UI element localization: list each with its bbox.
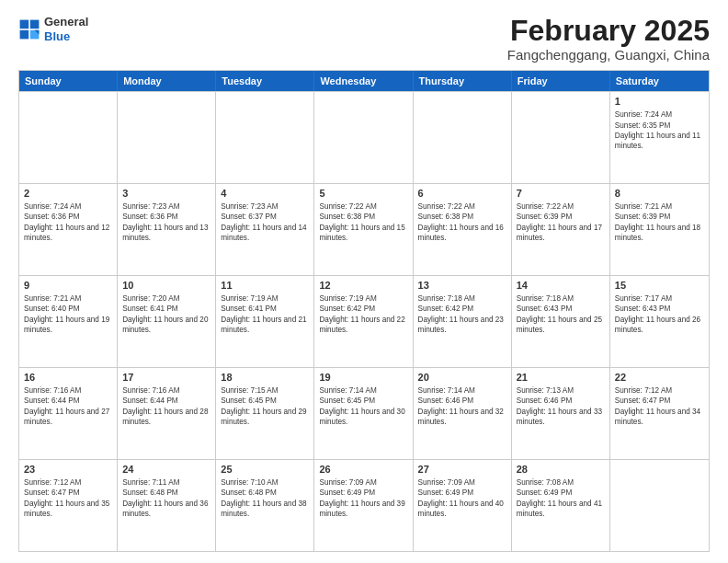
calendar-cell: 14Sunrise: 7:18 AM Sunset: 6:43 PM Dayli… bbox=[512, 276, 610, 367]
day-number: 18 bbox=[221, 371, 309, 385]
day-number: 5 bbox=[319, 187, 407, 201]
day-info: Sunrise: 7:22 AM Sunset: 6:38 PM Dayligh… bbox=[319, 201, 407, 244]
calendar-cell: 27Sunrise: 7:09 AM Sunset: 6:49 PM Dayli… bbox=[414, 460, 512, 551]
day-info: Sunrise: 7:11 AM Sunset: 6:48 PM Dayligh… bbox=[122, 477, 210, 520]
day-number: 27 bbox=[418, 463, 506, 477]
day-info: Sunrise: 7:18 AM Sunset: 6:42 PM Dayligh… bbox=[418, 293, 506, 336]
calendar-cell: 13Sunrise: 7:18 AM Sunset: 6:42 PM Dayli… bbox=[414, 276, 512, 367]
calendar-week-row: 9Sunrise: 7:21 AM Sunset: 6:40 PM Daylig… bbox=[19, 275, 709, 367]
day-info: Sunrise: 7:08 AM Sunset: 6:49 PM Dayligh… bbox=[517, 477, 605, 520]
calendar-cell bbox=[512, 92, 610, 183]
calendar-cell: 18Sunrise: 7:15 AM Sunset: 6:45 PM Dayli… bbox=[216, 368, 314, 459]
day-info: Sunrise: 7:23 AM Sunset: 6:37 PM Dayligh… bbox=[221, 201, 309, 244]
calendar-day-header: Wednesday bbox=[314, 71, 413, 91]
day-info: Sunrise: 7:14 AM Sunset: 6:46 PM Dayligh… bbox=[418, 385, 506, 428]
logo: General Blue bbox=[18, 15, 88, 43]
calendar-cell: 6Sunrise: 7:22 AM Sunset: 6:38 PM Daylig… bbox=[414, 184, 512, 275]
location-subtitle: Fangchenggang, Guangxi, China bbox=[507, 47, 710, 63]
calendar-cell bbox=[216, 92, 314, 183]
day-number: 23 bbox=[24, 463, 112, 477]
day-number: 28 bbox=[517, 463, 605, 477]
day-number: 15 bbox=[615, 279, 704, 293]
day-info: Sunrise: 7:22 AM Sunset: 6:38 PM Dayligh… bbox=[418, 201, 506, 244]
day-number: 25 bbox=[221, 463, 309, 477]
calendar-cell: 26Sunrise: 7:09 AM Sunset: 6:49 PM Dayli… bbox=[314, 460, 413, 551]
day-info: Sunrise: 7:21 AM Sunset: 6:40 PM Dayligh… bbox=[24, 293, 112, 336]
calendar-cell: 23Sunrise: 7:12 AM Sunset: 6:47 PM Dayli… bbox=[19, 460, 118, 551]
logo-icon bbox=[18, 18, 40, 40]
day-info: Sunrise: 7:13 AM Sunset: 6:46 PM Dayligh… bbox=[517, 385, 605, 428]
day-info: Sunrise: 7:09 AM Sunset: 6:49 PM Dayligh… bbox=[319, 477, 407, 520]
svg-rect-0 bbox=[20, 19, 29, 29]
day-number: 1 bbox=[615, 95, 704, 109]
calendar-cell: 17Sunrise: 7:16 AM Sunset: 6:44 PM Dayli… bbox=[118, 368, 216, 459]
calendar-cell bbox=[314, 92, 413, 183]
calendar-header: SundayMondayTuesdayWednesdayThursdayFrid… bbox=[19, 71, 709, 91]
calendar-cell: 20Sunrise: 7:14 AM Sunset: 6:46 PM Dayli… bbox=[414, 368, 512, 459]
day-number: 10 bbox=[122, 279, 210, 293]
day-info: Sunrise: 7:16 AM Sunset: 6:44 PM Dayligh… bbox=[24, 385, 112, 428]
day-number: 2 bbox=[24, 187, 112, 201]
calendar-day-header: Tuesday bbox=[216, 71, 314, 91]
day-info: Sunrise: 7:17 AM Sunset: 6:43 PM Dayligh… bbox=[615, 293, 704, 336]
calendar-cell: 16Sunrise: 7:16 AM Sunset: 6:44 PM Dayli… bbox=[19, 368, 118, 459]
calendar-cell: 28Sunrise: 7:08 AM Sunset: 6:49 PM Dayli… bbox=[512, 460, 610, 551]
calendar-cell: 21Sunrise: 7:13 AM Sunset: 6:46 PM Dayli… bbox=[512, 368, 610, 459]
day-number: 7 bbox=[517, 187, 605, 201]
calendar-cell: 19Sunrise: 7:14 AM Sunset: 6:45 PM Dayli… bbox=[314, 368, 413, 459]
day-number: 12 bbox=[319, 279, 407, 293]
day-number: 6 bbox=[418, 187, 506, 201]
day-number: 13 bbox=[418, 279, 506, 293]
day-info: Sunrise: 7:19 AM Sunset: 6:42 PM Dayligh… bbox=[319, 293, 407, 336]
calendar-cell: 3Sunrise: 7:23 AM Sunset: 6:36 PM Daylig… bbox=[118, 184, 216, 275]
title-block: February 2025 Fangchenggang, Guangxi, Ch… bbox=[507, 15, 710, 63]
day-number: 3 bbox=[122, 187, 210, 201]
header: General Blue February 2025 Fangchenggang… bbox=[18, 15, 710, 63]
calendar-cell: 8Sunrise: 7:21 AM Sunset: 6:39 PM Daylig… bbox=[610, 184, 709, 275]
calendar-day-header: Thursday bbox=[414, 71, 512, 91]
day-info: Sunrise: 7:23 AM Sunset: 6:36 PM Dayligh… bbox=[122, 201, 210, 244]
month-title: February 2025 bbox=[507, 15, 710, 47]
calendar-body: 1Sunrise: 7:24 AM Sunset: 6:35 PM Daylig… bbox=[19, 91, 709, 551]
calendar: SundayMondayTuesdayWednesdayThursdayFrid… bbox=[18, 70, 710, 552]
day-number: 22 bbox=[615, 371, 704, 385]
day-info: Sunrise: 7:20 AM Sunset: 6:41 PM Dayligh… bbox=[122, 293, 210, 336]
calendar-cell: 1Sunrise: 7:24 AM Sunset: 6:35 PM Daylig… bbox=[610, 92, 709, 183]
calendar-cell: 4Sunrise: 7:23 AM Sunset: 6:37 PM Daylig… bbox=[216, 184, 314, 275]
day-info: Sunrise: 7:24 AM Sunset: 6:36 PM Dayligh… bbox=[24, 201, 112, 244]
day-number: 16 bbox=[24, 371, 112, 385]
calendar-cell bbox=[610, 460, 709, 551]
calendar-day-header: Sunday bbox=[19, 71, 118, 91]
day-number: 17 bbox=[122, 371, 210, 385]
day-info: Sunrise: 7:18 AM Sunset: 6:43 PM Dayligh… bbox=[517, 293, 605, 336]
svg-rect-1 bbox=[30, 19, 40, 29]
calendar-cell: 5Sunrise: 7:22 AM Sunset: 6:38 PM Daylig… bbox=[314, 184, 413, 275]
page: General Blue February 2025 Fangchenggang… bbox=[0, 0, 728, 563]
day-number: 24 bbox=[122, 463, 210, 477]
day-info: Sunrise: 7:21 AM Sunset: 6:39 PM Dayligh… bbox=[615, 201, 704, 244]
day-info: Sunrise: 7:12 AM Sunset: 6:47 PM Dayligh… bbox=[615, 385, 704, 428]
calendar-cell bbox=[414, 92, 512, 183]
day-number: 11 bbox=[221, 279, 309, 293]
calendar-cell: 12Sunrise: 7:19 AM Sunset: 6:42 PM Dayli… bbox=[314, 276, 413, 367]
day-info: Sunrise: 7:19 AM Sunset: 6:41 PM Dayligh… bbox=[221, 293, 309, 336]
day-number: 20 bbox=[418, 371, 506, 385]
calendar-day-header: Monday bbox=[118, 71, 216, 91]
calendar-cell: 15Sunrise: 7:17 AM Sunset: 6:43 PM Dayli… bbox=[610, 276, 709, 367]
day-number: 26 bbox=[319, 463, 407, 477]
calendar-week-row: 1Sunrise: 7:24 AM Sunset: 6:35 PM Daylig… bbox=[19, 91, 709, 183]
calendar-cell: 11Sunrise: 7:19 AM Sunset: 6:41 PM Dayli… bbox=[216, 276, 314, 367]
day-info: Sunrise: 7:12 AM Sunset: 6:47 PM Dayligh… bbox=[24, 477, 112, 520]
day-number: 14 bbox=[517, 279, 605, 293]
calendar-cell: 9Sunrise: 7:21 AM Sunset: 6:40 PM Daylig… bbox=[19, 276, 118, 367]
calendar-week-row: 23Sunrise: 7:12 AM Sunset: 6:47 PM Dayli… bbox=[19, 459, 709, 551]
day-number: 21 bbox=[517, 371, 605, 385]
day-info: Sunrise: 7:22 AM Sunset: 6:39 PM Dayligh… bbox=[517, 201, 605, 244]
day-info: Sunrise: 7:16 AM Sunset: 6:44 PM Dayligh… bbox=[122, 385, 210, 428]
calendar-cell: 7Sunrise: 7:22 AM Sunset: 6:39 PM Daylig… bbox=[512, 184, 610, 275]
day-info: Sunrise: 7:09 AM Sunset: 6:49 PM Dayligh… bbox=[418, 477, 506, 520]
day-number: 19 bbox=[319, 371, 407, 385]
day-number: 9 bbox=[24, 279, 112, 293]
calendar-week-row: 2Sunrise: 7:24 AM Sunset: 6:36 PM Daylig… bbox=[19, 183, 709, 275]
calendar-day-header: Friday bbox=[512, 71, 610, 91]
